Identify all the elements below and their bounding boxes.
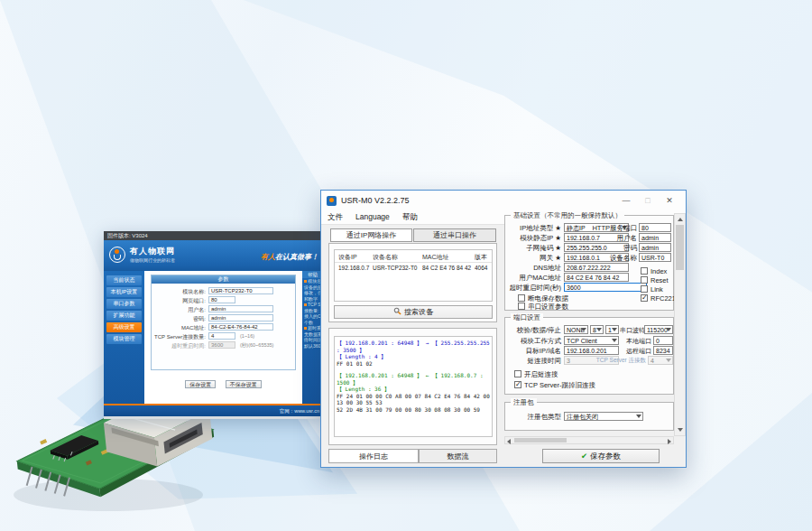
search-icon xyxy=(393,307,401,315)
work-mode-select[interactable]: TCP Client xyxy=(564,336,619,345)
usr-logo-icon xyxy=(109,247,125,263)
log-line: 【 Length : 4 】 xyxy=(337,353,490,360)
form-row-mac: MAC地址: 84-C2-E4-76-84-42 xyxy=(152,322,295,331)
parity-select[interactable]: NONE xyxy=(564,325,588,334)
form-row-timeout: 超时重启时间: 3600 (秒)(60~65535) xyxy=(152,340,295,349)
brand-subtitle: 做物联网行业的耕耘者 xyxy=(130,257,175,263)
mac-input[interactable]: 84-C2-E4-76-84-42 xyxy=(208,323,273,331)
stopbits-select[interactable]: 1 xyxy=(605,325,619,334)
usr-m0-window: USR-M0 V2.2.2.75 — □ ✕ 文件 Language 帮助 通过… xyxy=(320,190,687,468)
form-row-password: 密码: admin xyxy=(152,313,295,322)
basic-settings-group: 基础设置（不常用的一般保持默认） IP地址类型 ★ 静态IP HTTP服务端口 … xyxy=(504,215,674,311)
databits-select[interactable]: 8 xyxy=(590,325,604,334)
slogan-white: 在认真做事！ xyxy=(275,253,318,261)
tab-operation-log[interactable]: 操作日志 xyxy=(328,449,419,463)
menu-help[interactable]: 帮助 xyxy=(396,210,424,224)
table-row-mac[interactable]: 84 C2 E4 76 84 42 xyxy=(422,265,473,271)
tcp-conn-input[interactable]: 4 xyxy=(208,332,235,340)
checkbox-reset[interactable]: Reset xyxy=(641,276,669,285)
password-input[interactable]: admin xyxy=(208,314,273,321)
search-device-label: 搜索设备 xyxy=(404,308,433,316)
table-row-ip[interactable]: 192.168.0.7 xyxy=(338,265,371,271)
tcp-server-conn-select: 4 xyxy=(648,356,673,365)
device-table[interactable]: 设备IP 设备名称 MAC地址 版本 192.168.0.7 USR-TCP23… xyxy=(334,249,493,302)
search-device-button[interactable]: 搜索设备 xyxy=(334,305,493,319)
form-row-web-port: 网页端口: 80 xyxy=(152,295,295,304)
checkbox-box[interactable] xyxy=(514,370,521,377)
tcp-conn-hint: (1~16) xyxy=(240,333,254,339)
username-input[interactable]: admin xyxy=(208,305,273,312)
table-row-version[interactable]: 4064 xyxy=(475,265,493,271)
timeout-restart-input[interactable]: 3600 xyxy=(564,283,647,292)
checkbox-box[interactable] xyxy=(641,267,648,275)
row-parity-data-stop: 校验/数据/停止 NONE 8 1 串口波特率 115200 xyxy=(505,325,675,335)
params-panel: 参数 模块名称: USR-TCP232-T0 网页端口: 80 用户名: adm xyxy=(151,275,296,370)
reg-type-select[interactable]: 注册包关闭 xyxy=(564,412,643,421)
checkbox-enable-short-conn[interactable]: 开启短连接 xyxy=(514,370,558,379)
tab-search-by-serial[interactable]: 通过串口操作 xyxy=(413,228,496,242)
checkbox-kick-old-conn[interactable]: TCP Server-踢掉旧连接 xyxy=(514,381,595,390)
local-port-input[interactable]: 0 xyxy=(653,336,673,345)
checkbox-index[interactable]: Index xyxy=(641,267,667,276)
sidebar-item-serial[interactable]: 串口参数 xyxy=(106,299,142,309)
checkbox-box[interactable] xyxy=(641,285,648,293)
checkbox-box[interactable] xyxy=(514,381,521,388)
scroll-left-arrow-icon[interactable] xyxy=(507,439,511,444)
discard-settings-button[interactable]: 不保存设置 xyxy=(226,380,262,388)
tab-search-by-ip[interactable]: 通过IP网络操作 xyxy=(330,228,412,242)
close-button[interactable]: ✕ xyxy=(659,191,680,210)
checkbox-box[interactable] xyxy=(518,294,525,302)
web-port-input[interactable]: 80 xyxy=(208,296,235,303)
maximize-button[interactable]: □ xyxy=(637,191,659,210)
checkbox-box[interactable] xyxy=(641,276,648,284)
user-mac-input[interactable]: 84 C2 E4 76 84 42 xyxy=(564,273,629,282)
checkbox-box[interactable] xyxy=(641,294,648,302)
password-field[interactable]: admin xyxy=(639,243,671,252)
scroll-right-arrow-icon[interactable] xyxy=(668,439,671,444)
http-port-input[interactable]: 80 xyxy=(639,223,671,232)
row-static-ip: 模块静态IP ★ 192.168.0.7 用户名 admin xyxy=(505,233,675,243)
col-device-name: 设备名称 xyxy=(373,253,421,262)
checkbox-serial-setup[interactable]: 串口设置参数 xyxy=(518,303,568,312)
log-line: FF 24 01 00 00 C0 A8 00 07 84 C2 E4 76 8… xyxy=(337,393,490,406)
tab-data-stream[interactable]: 数据流 xyxy=(419,449,497,463)
row-gateway: 网关 ★ 192.168.0.1 设备名称 USR-T0 xyxy=(505,253,675,263)
save-params-button[interactable]: ✔保存参数 xyxy=(542,449,660,463)
log-line: 52 2D 4B 31 00 79 00 00 80 30 08 08 30 0… xyxy=(337,406,490,414)
baud-select[interactable]: 115200 xyxy=(644,325,673,334)
remote-port-input[interactable]: 8234 xyxy=(653,346,673,355)
sidebar-item-advanced[interactable]: 高级设置 xyxy=(106,322,142,332)
save-settings-button[interactable]: 保存设置 xyxy=(185,380,216,388)
checkbox-box[interactable] xyxy=(518,303,525,310)
device-name-field[interactable]: USR-T0 xyxy=(639,253,671,262)
scroll-down-arrow-icon[interactable] xyxy=(678,428,683,432)
target-ip-input[interactable]: 192.168.0.201 xyxy=(564,346,619,355)
table-row-name[interactable]: USR-TCP232-T0 xyxy=(373,265,421,271)
row-subnet: 子网掩码 ★ 255.255.255.0 密码 admin xyxy=(505,243,675,253)
device-list-group: 设备IP 设备名称 MAC地址 版本 192.168.0.7 USR-TCP23… xyxy=(328,243,497,322)
menu-file[interactable]: 文件 xyxy=(321,210,349,224)
minimize-button[interactable]: — xyxy=(615,191,637,210)
col-device-ip: 设备IP xyxy=(338,253,371,262)
log-line: 【 192.168.0.201 : 64948 】 ← 【 192.168.0.… xyxy=(337,372,490,386)
menu-language[interactable]: Language xyxy=(349,210,396,224)
scroll-up-arrow-icon[interactable] xyxy=(678,218,683,221)
sidebar-item-expand[interactable]: 扩展功能 xyxy=(106,311,142,321)
log-output[interactable]: 【 192.168.0.201 : 64948 】 → 【 255.255.25… xyxy=(334,336,493,437)
sidebar-item-status[interactable]: 当前状态 xyxy=(106,275,142,285)
params-panel-title: 参数 xyxy=(152,275,295,284)
scrollbar-thumb[interactable] xyxy=(514,438,567,442)
log-line: 【 Length : 36 】 xyxy=(337,386,490,393)
username-field[interactable]: admin xyxy=(639,233,671,242)
sidebar-item-module-mgmt[interactable]: 模块管理 xyxy=(106,334,142,344)
sidebar-item-local-ip[interactable]: 本机IP设置 xyxy=(106,287,142,297)
dns-input[interactable]: 208.67.222.222 xyxy=(564,263,629,272)
m0-titlebar[interactable]: USR-M0 V2.2.2.75 — □ ✕ xyxy=(321,191,686,210)
log-line: 【 192.168.0.201 : 64948 】 → 【 255.255.25… xyxy=(337,340,490,353)
module-name-input[interactable]: USR-TCP232-T0 xyxy=(208,287,273,294)
port-settings-title: 端口设置 xyxy=(511,313,543,322)
settings-horizontal-scrollbar[interactable] xyxy=(504,436,674,444)
web-footer: 官网：www.usr.cn xyxy=(104,404,323,419)
scrollbar-thumb[interactable] xyxy=(676,225,684,270)
settings-vertical-scrollbar[interactable] xyxy=(674,213,686,436)
